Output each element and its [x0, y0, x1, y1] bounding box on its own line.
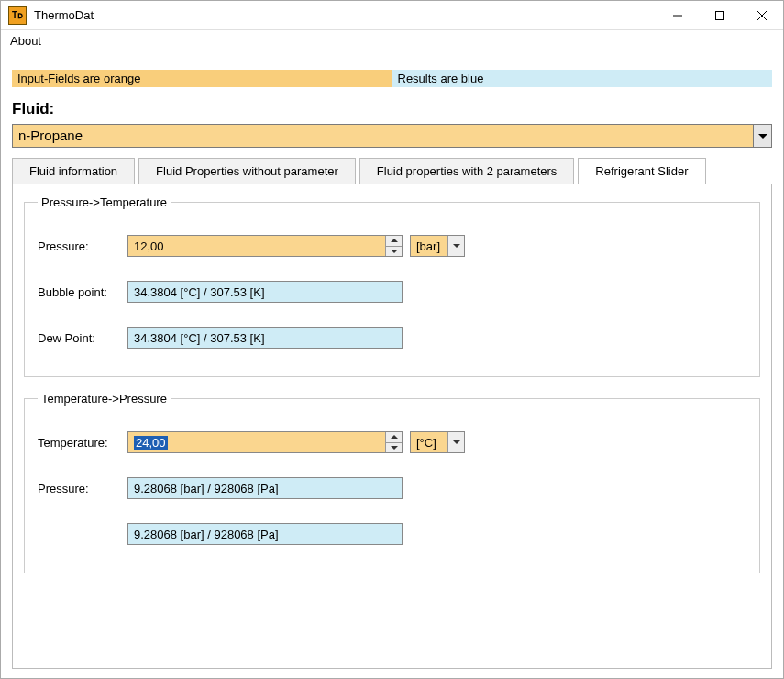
chevron-down-icon — [391, 446, 398, 450]
spin-up-button[interactable] — [386, 236, 402, 246]
chevron-down-icon — [391, 250, 398, 253]
fluid-select-value: n-Propane — [13, 125, 753, 147]
window-title: ThermoDat — [34, 8, 94, 22]
fluid-label: Fluid: — [12, 100, 772, 118]
group-pressure-temperature: Pressure->Temperature Pressure: 12,00 [b… — [24, 195, 760, 377]
chevron-down-icon — [758, 134, 767, 139]
content-area: Input-Fields are orange Results are blue… — [1, 53, 783, 678]
menu-about[interactable]: About — [10, 34, 41, 48]
tab-fluid-properties-no-param[interactable]: Fluid Properties without parameter — [138, 158, 356, 184]
svg-rect-1 — [716, 11, 724, 19]
close-button[interactable] — [741, 1, 783, 30]
chevron-down-icon — [453, 440, 460, 444]
dew-point-output: 34.3804 [°C] / 307.53 [K] — [127, 327, 403, 349]
label-pressure: Pressure: — [38, 239, 127, 253]
label-bubble-point: Bubble point: — [38, 285, 127, 299]
label-temperature: Temperature: — [38, 436, 127, 450]
app-icon: Tᴅ — [8, 6, 27, 25]
pressure-unit-select[interactable]: [bar] — [410, 235, 465, 257]
app-window: Tᴅ ThermoDat About Input-Fields are oran… — [0, 0, 784, 679]
maximize-button[interactable] — [699, 1, 741, 30]
pressure-input-value: 12,00 — [134, 239, 164, 253]
tab-refrigerant-slider[interactable]: Refrigerant Slider — [578, 158, 705, 184]
temperature-unit-value: [°C] — [411, 436, 447, 450]
temperature-input-value: 24,00 — [134, 436, 168, 450]
group-legend-tp: Temperature->Pressure — [38, 392, 171, 406]
minimize-icon — [672, 10, 683, 21]
spin-down-button[interactable] — [386, 442, 402, 453]
temperature-input[interactable]: 24,00 — [127, 431, 403, 453]
dropdown-button[interactable] — [753, 125, 771, 147]
tab-strip: Fluid information Fluid Properties witho… — [12, 157, 772, 184]
chevron-up-icon — [391, 239, 398, 242]
legend-row: Input-Fields are orange Results are blue — [12, 70, 772, 87]
spin-up-button[interactable] — [386, 432, 402, 442]
titlebar: Tᴅ ThermoDat — [1, 1, 783, 30]
unit-dropdown-button[interactable] — [447, 432, 464, 452]
group-legend-pt: Pressure->Temperature — [38, 195, 171, 209]
minimize-button[interactable] — [657, 1, 699, 30]
label-pressure-out: Pressure: — [38, 482, 127, 495]
legend-output: Results are blue — [392, 70, 773, 87]
label-dew-point: Dew Point: — [38, 331, 127, 345]
pressure-output-2: 9.28068 [bar] / 928068 [Pa] — [127, 523, 403, 545]
bubble-point-output: 34.3804 [°C] / 307.53 [K] — [127, 281, 403, 303]
maximize-icon — [714, 10, 725, 21]
pressure-spinner[interactable] — [385, 236, 402, 256]
fluid-select[interactable]: n-Propane — [12, 124, 772, 148]
temperature-unit-select[interactable]: [°C] — [410, 431, 465, 453]
menubar: About — [1, 30, 783, 53]
pressure-output-1: 9.28068 [bar] / 928068 [Pa] — [127, 477, 403, 499]
spin-down-button[interactable] — [386, 246, 402, 257]
close-icon — [756, 10, 767, 21]
unit-dropdown-button[interactable] — [447, 236, 464, 256]
group-temperature-pressure: Temperature->Pressure Temperature: 24,00… — [24, 392, 760, 573]
chevron-up-icon — [391, 435, 398, 439]
tab-panel-refrigerant: Pressure->Temperature Pressure: 12,00 [b… — [12, 184, 772, 669]
pressure-input[interactable]: 12,00 — [127, 235, 403, 257]
legend-input: Input-Fields are orange — [12, 70, 392, 87]
pressure-unit-value: [bar] — [411, 239, 447, 253]
temperature-spinner[interactable] — [385, 432, 402, 452]
tab-fluid-information[interactable]: Fluid information — [12, 158, 135, 184]
tab-fluid-properties-2-param[interactable]: Fluid properties with 2 parameters — [359, 158, 575, 184]
chevron-down-icon — [453, 244, 460, 248]
